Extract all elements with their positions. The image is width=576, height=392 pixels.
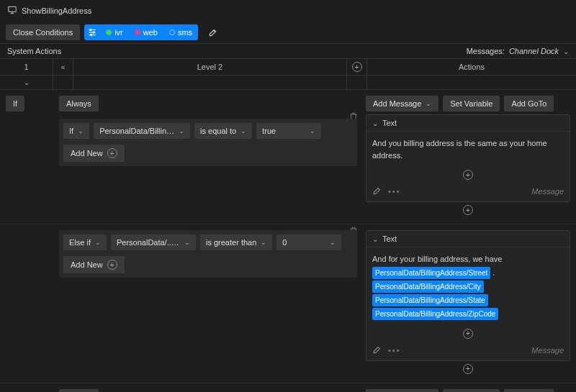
- if-label: If: [13, 99, 17, 108]
- chevron-down-icon: ⌄: [261, 239, 266, 246]
- condition-group: If⌄ PersonalData/Billin…⌄ is equal to⌄ t…: [59, 119, 357, 166]
- expand-toggle[interactable]: ⌄: [0, 76, 53, 89]
- channel-ivr[interactable]: ivr: [100, 25, 129, 40]
- label: is equal to: [200, 127, 236, 135]
- if-tag[interactable]: If: [6, 96, 24, 111]
- message-body[interactable]: And for your billing address, we have Pe…: [366, 247, 570, 326]
- chevron-down-icon: ⌄: [95, 239, 101, 246]
- message-footer-label: Message: [531, 346, 564, 355]
- more-icon[interactable]: •••: [388, 346, 401, 355]
- edit-button[interactable]: [205, 24, 221, 40]
- add-message-button[interactable]: Add Message⌄: [366, 389, 438, 393]
- channel-label: ivr: [114, 28, 123, 37]
- label: PersonalData/../Zi…: [117, 238, 180, 247]
- else-hint: This line executes if the above does not: [106, 389, 251, 393]
- branch-row-2: Else if⌄ PersonalData/../Zi…⌄ is greater…: [0, 224, 576, 383]
- label: Add Message: [373, 99, 421, 108]
- plus-icon: +: [107, 148, 117, 158]
- set-variable-button[interactable]: Set Variable: [443, 389, 500, 393]
- else-tag[interactable]: Else⌄: [59, 389, 99, 393]
- condition-group: Else if⌄ PersonalData/../Zi…⌄ is greater…: [59, 230, 357, 278]
- spacer: [53, 76, 73, 89]
- spacer: [347, 76, 367, 89]
- chevron-down-icon: ⌄: [426, 100, 431, 107]
- add-action-below[interactable]: +: [366, 361, 570, 377]
- message-footer-label: Message: [531, 187, 564, 196]
- branch-row-1: If Always If⌄ PersonalData/Billin…⌄ is e…: [0, 90, 576, 224]
- label: PersonalData/Billin…: [99, 127, 174, 135]
- add-new-condition-button[interactable]: Add New+: [63, 145, 125, 162]
- cond-op-select[interactable]: is greater than⌄: [200, 234, 272, 250]
- message-block: ⌄Text And for your billing address, we h…: [366, 230, 570, 361]
- messages-dock-selector[interactable]: Messages: Channel Dock ⌄: [467, 47, 569, 55]
- always-tag[interactable]: Always: [59, 96, 99, 111]
- cond-value-select[interactable]: 0⌄: [276, 234, 341, 250]
- add-new-condition-button[interactable]: Add New+: [63, 256, 125, 273]
- cond-value-select[interactable]: true⌄: [256, 123, 321, 139]
- more-icon[interactable]: •••: [388, 187, 401, 196]
- variable-token[interactable]: PersonalData/BillingAddress/ZipCode: [372, 308, 498, 320]
- branch-row-3: Else⌄ This line executes if the above do…: [0, 383, 576, 393]
- status-dot-icon: [106, 29, 112, 35]
- channel-label: web: [143, 28, 158, 37]
- cond-kind-select[interactable]: If⌄: [63, 123, 89, 139]
- label: Add New: [71, 260, 103, 269]
- chevron-down-icon: ⌄: [310, 127, 315, 135]
- variable-token[interactable]: PersonalData/BillingAddress/State: [372, 294, 488, 306]
- plus-icon: +: [107, 260, 117, 270]
- add-message-button[interactable]: Add Message⌄: [366, 96, 438, 111]
- add-goto-button[interactable]: Add GoTo: [504, 96, 554, 111]
- add-line-button[interactable]: +: [366, 167, 570, 183]
- variable-token[interactable]: PersonalData/BillingAddress/City: [372, 281, 484, 293]
- label: Else if: [69, 238, 91, 247]
- col-add[interactable]: +: [347, 59, 367, 75]
- add-goto-button[interactable]: Add GoTo: [504, 389, 554, 393]
- spacer: [367, 76, 576, 89]
- add-action-below[interactable]: +: [366, 202, 570, 218]
- tag-label: Always: [66, 99, 91, 108]
- label: If: [69, 127, 73, 135]
- label: 0: [282, 238, 287, 247]
- channel-web[interactable]: web: [129, 25, 163, 40]
- grid-expand-row: ⌄: [0, 76, 576, 90]
- message-type-label: Text: [382, 119, 397, 127]
- cond-field-select[interactable]: PersonalData/../Zi…⌄: [111, 234, 196, 250]
- message-header[interactable]: ⌄Text: [366, 231, 570, 247]
- chevron-down-icon: ⌄: [78, 127, 84, 135]
- col-1: 1: [0, 59, 53, 75]
- system-actions-label: System Actions: [7, 47, 61, 55]
- label: true: [262, 127, 276, 135]
- message-header[interactable]: ⌄Text: [366, 115, 570, 132]
- plus-icon: +: [463, 329, 473, 339]
- chevron-down-icon: ⌄: [563, 47, 569, 55]
- sub-toolbar: System Actions Messages: Channel Dock ⌄: [0, 44, 576, 59]
- cond-kind-select[interactable]: Else if⌄: [63, 234, 107, 250]
- cond-op-select[interactable]: is equal to⌄: [194, 123, 252, 139]
- edit-message-icon[interactable]: [372, 186, 382, 197]
- add-line-button[interactable]: +: [366, 326, 570, 342]
- close-conditions-button[interactable]: Close Conditions: [6, 24, 80, 40]
- message-body[interactable]: And you billing address is the same as y…: [366, 132, 570, 167]
- col-collapse[interactable]: «: [53, 59, 73, 75]
- svg-rect-0: [9, 6, 17, 12]
- variable-token[interactable]: PersonalData/BillingAddress/Street: [372, 267, 490, 279]
- channel-sms[interactable]: sms: [163, 25, 198, 40]
- cond-field-select[interactable]: PersonalData/Billin…⌄: [94, 123, 190, 139]
- edit-message-icon[interactable]: [372, 345, 382, 356]
- grid-header: 1 « Level 2 + Actions: [0, 59, 576, 76]
- plus-icon: +: [352, 62, 362, 72]
- status-dot-icon: [135, 29, 140, 35]
- col-actions: Actions: [367, 59, 576, 75]
- svg-point-6: [91, 34, 92, 35]
- spacer: [73, 76, 347, 89]
- channel-selector[interactable]: ivr web sms: [84, 24, 198, 40]
- plus-icon: +: [463, 205, 473, 215]
- chevron-down-icon: ⌄: [330, 239, 336, 246]
- plus-icon: +: [463, 364, 473, 374]
- svg-point-5: [93, 32, 94, 33]
- dock-prefix: Messages:: [467, 47, 505, 55]
- set-variable-button[interactable]: Set Variable: [443, 96, 500, 111]
- channel-label: sms: [178, 28, 192, 37]
- toolbar: Close Conditions ivr web sms: [0, 22, 576, 44]
- settings-icon[interactable]: [84, 24, 100, 40]
